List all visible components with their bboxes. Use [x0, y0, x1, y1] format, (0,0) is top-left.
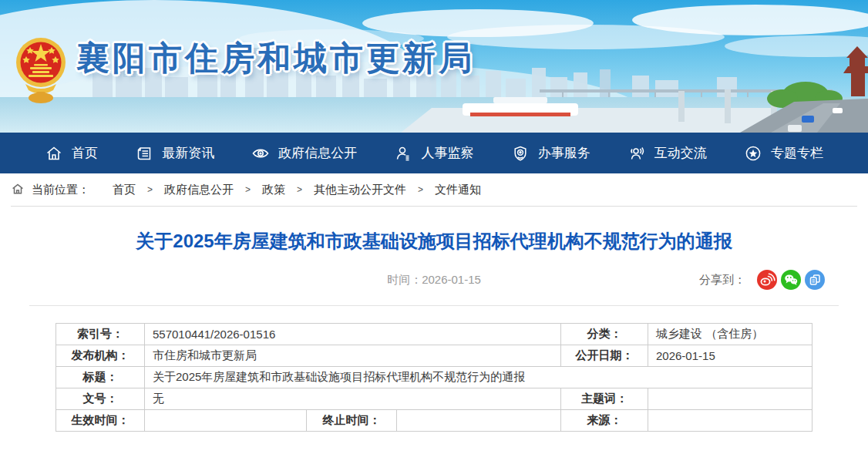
doc-title-label: 标题： [56, 367, 145, 388]
copy-link-icon[interactable] [805, 270, 825, 290]
news-icon [135, 144, 153, 163]
doc-no-label: 文号： [56, 388, 145, 410]
index-label: 索引号： [56, 324, 145, 345]
main-nav: 首页 最新资讯 政府信息公开 人事监察 办事服务 互动交流 专题专栏 [0, 133, 868, 173]
breadcrumb-separator: > [297, 184, 302, 195]
article-head: 关于2025年房屋建筑和市政基础设施项目招标代理机构不规范行为的通报 时间：20… [0, 207, 868, 306]
effective-label: 生效时间： [56, 410, 145, 432]
category-label: 分类： [561, 324, 648, 345]
document-info-table: 索引号： 557010441/2026-01516 分类： 城乡建设 （含住房）… [56, 323, 812, 432]
share-group: 分享到： [699, 270, 825, 290]
nav-label: 办事服务 [538, 144, 590, 162]
end-label: 终止时间： [307, 410, 397, 432]
article-meta-row: 时间：2026-01-15 分享到： [0, 269, 868, 291]
end-value [397, 410, 561, 432]
source-value [648, 410, 812, 432]
wechat-icon[interactable] [781, 270, 801, 290]
time-value: 2026-01-15 [422, 273, 481, 286]
nav-label: 人事监察 [421, 144, 473, 162]
pub-date-label: 公开日期： [561, 345, 648, 367]
breadcrumb-separator: > [418, 184, 423, 195]
doc-title-value: 关于2025年房屋建筑和市政基础设施项目招标代理机构不规范行为的通报 [145, 367, 812, 388]
nav-label: 首页 [72, 144, 98, 162]
nav-item-home[interactable]: 首页 [45, 144, 98, 163]
keywords-value [648, 388, 812, 410]
breadcrumb-item-home[interactable]: 首页 [113, 183, 136, 197]
table-row: 发布机构： 市住房和城市更新局 公开日期： 2026-01-15 [56, 345, 812, 367]
home-breadcrumb-icon [11, 182, 32, 198]
breadcrumb-item-doc-notice[interactable]: 文件通知 [435, 183, 481, 197]
person-icon [394, 144, 412, 163]
breadcrumb-separator: > [245, 184, 251, 195]
table-row: 标题： 关于2025年房屋建筑和市政基础设施项目招标代理机构不规范行为的通报 [56, 367, 812, 388]
keywords-label: 主题词： [561, 388, 648, 410]
breadcrumb: 当前位置： 首页 > 政府信息公开 > 政策 > 其他主动公开文件 > 文件通知 [11, 173, 857, 207]
site-title: 襄阳市住房和城市更新局 [76, 36, 475, 81]
nav-label: 政府信息公开 [278, 144, 357, 162]
nav-item-gov-info[interactable]: 政府信息公开 [251, 144, 357, 163]
nav-label: 专题专栏 [771, 144, 823, 162]
index-value: 557010441/2026-01516 [145, 324, 561, 345]
pub-date-value: 2026-01-15 [648, 345, 812, 367]
chat-icon [627, 144, 646, 163]
section-divider [29, 305, 839, 306]
share-label: 分享到： [699, 273, 745, 288]
page-title: 关于2025年房屋建筑和市政基础设施项目招标代理机构不规范行为的通报 [0, 230, 868, 253]
weibo-icon[interactable] [757, 270, 777, 290]
nav-item-services[interactable]: 办事服务 [511, 144, 590, 163]
doc-no-value: 无 [145, 388, 561, 410]
time-label: 时间： [387, 273, 422, 286]
table-row: 文号： 无 主题词： [56, 388, 812, 410]
nav-item-news[interactable]: 最新资讯 [135, 144, 214, 163]
nav-label: 最新资讯 [162, 144, 214, 162]
breadcrumb-item-other-docs[interactable]: 其他主动公开文件 [314, 183, 406, 197]
nav-label: 互动交流 [654, 144, 707, 162]
breadcrumb-item-policy[interactable]: 政策 [262, 183, 285, 197]
header-banner: 襄阳市住房和城市更新局 [0, 0, 868, 133]
nav-item-personnel[interactable]: 人事监察 [394, 144, 473, 163]
breadcrumb-separator: > [147, 184, 153, 195]
star-icon [744, 144, 762, 163]
source-label: 来源： [561, 410, 648, 432]
breadcrumb-item-gov-info[interactable]: 政府信息公开 [164, 183, 234, 197]
table-row: 生效时间： 终止时间： 来源： [56, 410, 812, 432]
nav-item-special[interactable]: 专题专栏 [744, 144, 823, 163]
badge-icon [511, 144, 530, 163]
category-value: 城乡建设 （含住房） [648, 324, 812, 345]
agency-value: 市住房和城市更新局 [145, 345, 561, 367]
breadcrumb-location-label: 当前位置： [32, 183, 89, 197]
agency-label: 发布机构： [56, 345, 145, 367]
effective-value [145, 410, 307, 432]
nav-item-interaction[interactable]: 互动交流 [627, 144, 707, 163]
eye-icon [251, 144, 270, 163]
table-row: 索引号： 557010441/2026-01516 分类： 城乡建设 （含住房） [56, 324, 812, 345]
national-emblem [15, 25, 67, 107]
home-icon [45, 144, 63, 163]
